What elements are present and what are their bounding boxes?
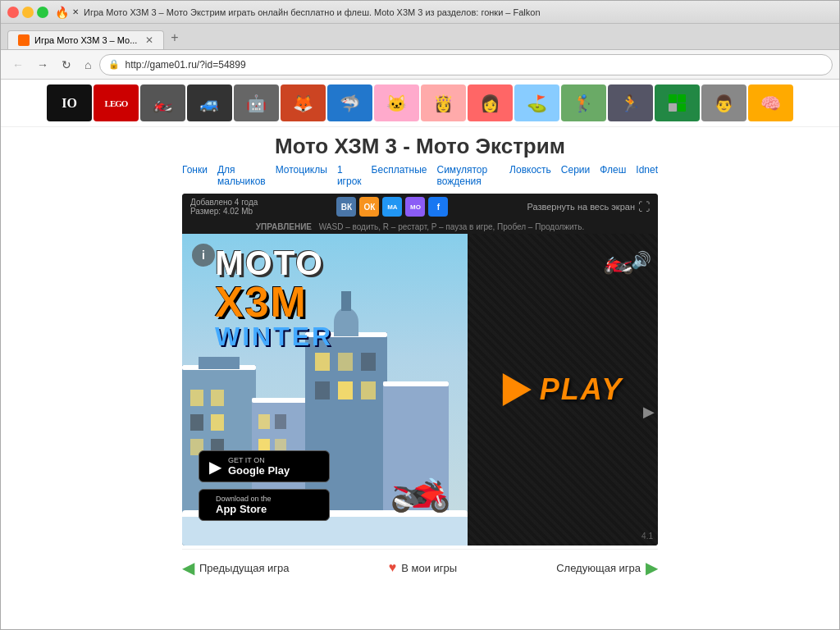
mailru-share-button[interactable]: МА: [382, 197, 402, 217]
version-badge: 4.1: [641, 532, 653, 541]
game-thumb-7[interactable]: 🦈: [327, 84, 372, 121]
tag-sim[interactable]: Симулятор вождения: [436, 164, 500, 187]
game-title-overlay: МОТО Х3М WINTER: [215, 246, 459, 349]
google-play-name: Google Play: [228, 464, 290, 477]
google-play-button[interactable]: ▶ GET IT ON Google Play: [199, 450, 330, 482]
page-content: IO LEGO 🏍️ 🚙 🤖 🦊 🦈 🐱 👸 👩 ⛳ 🏌️ 🏃: [1, 80, 839, 629]
controls-desc: WASD – водить, R – рестарт, P – пауза в …: [319, 222, 584, 231]
expand-button[interactable]: Развернуть на весь экран ⛶: [527, 200, 650, 213]
game-section: Мото ХЗМ 3 - Мото Экстрим Гонки Для маль…: [182, 134, 658, 586]
app-store-small: Download on the: [216, 495, 272, 503]
game-thumb-io[interactable]: IO: [47, 84, 92, 121]
url-text: http://game01.ru/?id=54899: [125, 59, 245, 71]
nav-bar: ← → ↻ ⌂ 🔒 http://game01.ru/?id=54899: [1, 50, 839, 80]
snow-cap-2: [252, 398, 309, 403]
top-games-bar: IO LEGO 🏍️ 🚙 🤖 🦊 🦈 🐱 👸 👩 ⛳ 🏌️ 🏃: [1, 80, 839, 127]
fav-label: В мои игры: [401, 562, 457, 574]
forward-button[interactable]: →: [32, 55, 53, 75]
social-icons: ВК ОК МА МО f: [336, 197, 448, 217]
controls-title: УПРАВЛЕНИЕ: [256, 222, 312, 231]
prev-arrow-icon: ◀: [182, 558, 194, 578]
favorite-button[interactable]: ♥ В мои игры: [389, 560, 457, 575]
heart-icon: ♥: [389, 560, 397, 575]
game-thumb-12[interactable]: 🏌️: [561, 84, 606, 121]
game-thumb-8[interactable]: 🐱: [374, 84, 419, 121]
prev-label: Предыдущая игра: [199, 562, 290, 574]
game-meta-info: Добавлено 4 года Размер: 4.02 Mb: [190, 198, 258, 216]
overlay-winter: WINTER: [215, 323, 459, 349]
game-thumb-13[interactable]: 🏃: [608, 84, 653, 121]
vk-share-button[interactable]: ВК: [336, 197, 356, 217]
security-icon: 🔒: [108, 59, 120, 70]
game-thumb-11[interactable]: ⛳: [514, 84, 559, 121]
moto-character: 🏍️: [390, 456, 451, 514]
moto-top-icon: 🏍️: [603, 246, 633, 275]
tag-agility[interactable]: Ловкость: [509, 164, 551, 187]
google-play-text: GET IT ON Google Play: [228, 456, 290, 477]
game-visual[interactable]: МОТО Х3М WINTER 🏍️ i: [182, 234, 658, 546]
game-thumb-3[interactable]: 🏍️: [140, 84, 185, 121]
app-store-button[interactable]: Download on the App Store: [199, 489, 330, 521]
app-store-text: Download on the App Store: [216, 495, 272, 515]
tab-label: Игра Мото ХЗМ 3 – Мо...: [34, 35, 137, 45]
overlay-moto: МОТО: [215, 246, 459, 281]
maximize-button[interactable]: [37, 7, 48, 18]
tag-boys[interactable]: Для мальчиков: [217, 164, 266, 187]
nav-right-icon[interactable]: ▶: [643, 403, 655, 421]
tab-favicon: [18, 34, 30, 46]
back-button[interactable]: ←: [7, 55, 29, 75]
window-controls: [7, 7, 48, 18]
ok-share-button[interactable]: ОК: [359, 197, 379, 217]
tag-moto[interactable]: Мотоциклы: [276, 164, 327, 187]
tag-1player[interactable]: 1 игрок: [337, 164, 362, 187]
tag-series[interactable]: Серии: [561, 164, 590, 187]
game-thumb-16[interactable]: 🧠: [748, 84, 793, 121]
game-thumb-6[interactable]: 🦊: [281, 84, 326, 121]
game-tags: Гонки Для мальчиков Мотоциклы 1 игрок Бе…: [182, 164, 658, 187]
tag-free[interactable]: Бесплатные: [372, 164, 427, 187]
expand-label: Развернуть на весь экран: [527, 202, 635, 212]
game-thumb-lego[interactable]: LEGO: [94, 84, 139, 121]
address-bar[interactable]: 🔒 http://game01.ru/?id=54899: [99, 54, 833, 75]
prev-game-button[interactable]: ◀ Предыдущая игра: [182, 558, 290, 578]
tag-idnet[interactable]: Idnet: [636, 164, 658, 187]
new-tab-button[interactable]: +: [164, 28, 185, 48]
game-thumb-5[interactable]: 🤖: [234, 84, 279, 121]
sound-icon[interactable]: 🔊: [631, 250, 651, 270]
game-thumb-4[interactable]: 🚙: [187, 84, 232, 121]
overlay-xzm: Х3М: [215, 281, 459, 323]
next-arrow-icon: ▶: [646, 558, 658, 578]
added-date: Добавлено 4 года: [190, 198, 258, 207]
app-store-name: App Store: [216, 503, 272, 515]
game-meta-bar: Добавлено 4 года Размер: 4.02 Mb ВК ОК М…: [182, 194, 658, 220]
play-triangle-icon: [503, 373, 532, 406]
game-thumb-9[interactable]: 👸: [421, 84, 466, 121]
info-button[interactable]: i: [192, 244, 215, 267]
reload-button[interactable]: ↻: [57, 55, 76, 75]
next-label: Следующая игра: [556, 562, 641, 574]
google-play-icon: ▶: [209, 457, 221, 477]
tab-close-button[interactable]: ✕: [145, 34, 153, 46]
minimize-button[interactable]: [22, 7, 34, 18]
home-button[interactable]: ⌂: [80, 55, 96, 75]
play-label: PLAY: [540, 372, 623, 407]
close-button[interactable]: [7, 7, 19, 18]
play-button[interactable]: PLAY: [503, 372, 623, 407]
next-game-button[interactable]: Следующая игра ▶: [556, 558, 658, 578]
app-store-buttons: ▶ GET IT ON Google Play Download on the …: [199, 450, 330, 521]
game-scene-right: 🏍️ 🔊 PLAY ▶: [468, 234, 658, 546]
game-frame: Добавлено 4 года Размер: 4.02 Mb ВК ОК М…: [182, 194, 658, 546]
controls-bar: УПРАВЛЕНИЕ WASD – водить, R – рестарт, P…: [182, 220, 658, 234]
game-thumb-15[interactable]: 👨: [701, 84, 746, 121]
myworld-share-button[interactable]: МО: [405, 197, 425, 217]
fb-share-button[interactable]: f: [428, 197, 448, 217]
expand-icon: ⛶: [638, 200, 650, 213]
google-play-small: GET IT ON: [228, 456, 290, 464]
snow-cap-4: [383, 381, 449, 386]
tag-races[interactable]: Гонки: [182, 164, 208, 187]
tag-flash[interactable]: Флеш: [600, 164, 626, 187]
game-thumb-10[interactable]: 👩: [468, 84, 513, 121]
game-thumb-14[interactable]: [655, 84, 700, 121]
active-tab[interactable]: Игра Мото ХЗМ 3 – Мо... ✕: [7, 30, 164, 49]
game-size: Размер: 4.02 Mb: [190, 207, 258, 216]
